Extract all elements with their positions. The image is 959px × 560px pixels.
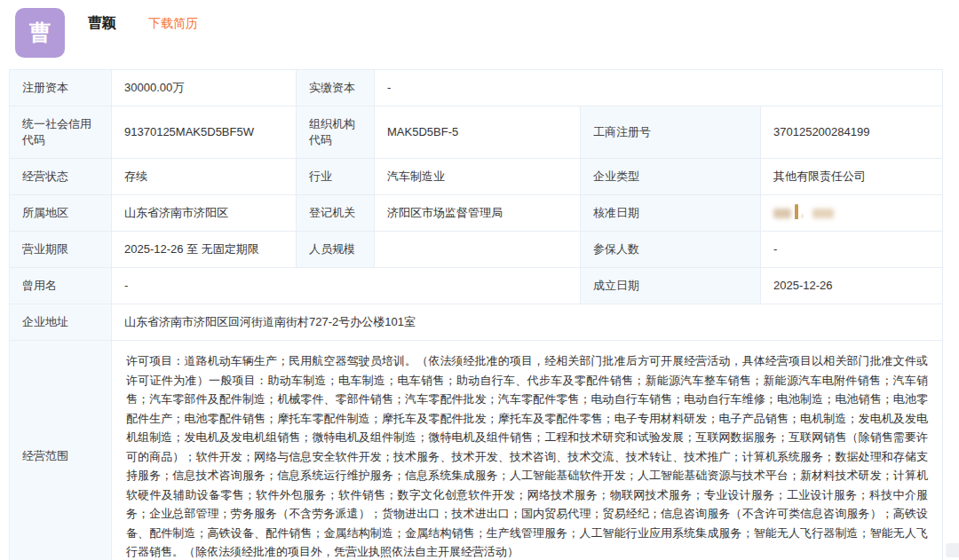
field-label-registered-capital: 注册资本 (10, 70, 112, 106)
masked-approval-date[interactable] (773, 205, 834, 221)
field-value-insured-count: - (761, 232, 943, 268)
field-label-org-code: 组织机构代码 (297, 106, 375, 159)
field-value-region: 山东省济南市济阳区 (112, 195, 297, 232)
company-info-table: 注册资本 30000.00万 实缴资本 - 统一社会信用代码 91370125M… (9, 69, 943, 560)
field-value-business-scope: 许可项目：道路机动车辆生产；民用航空器驾驶员培训。（依法须经批准的项目，经相关部… (112, 341, 943, 560)
field-label-company-type: 企业类型 (581, 159, 761, 195)
field-label-registry-authority: 登记机关 (297, 195, 375, 232)
field-label-former-name: 曾用名 (10, 268, 112, 304)
field-label-registration-no: 工商注册号 (581, 106, 761, 159)
lock-icon (795, 205, 809, 221)
field-value-status: 存续 (112, 159, 297, 195)
cutoff-widget-fragment (946, 543, 959, 557)
field-value-company-type: 其他有限责任公司 (761, 159, 943, 195)
download-resume-link[interactable]: 下载简历 (148, 16, 198, 32)
field-label-business-term: 营业期限 (10, 232, 112, 268)
person-name: 曹颖 (88, 14, 116, 33)
field-value-paid-capital: - (375, 70, 943, 106)
field-label-paid-capital: 实缴资本 (297, 70, 375, 106)
field-value-former-name: - (112, 268, 581, 304)
field-label-status: 经营状态 (10, 159, 112, 195)
field-value-business-term: 2025-12-26 至 无固定期限 (112, 232, 297, 268)
field-label-business-scope: 经营范围 (10, 341, 112, 560)
field-label-approval-date: 核准日期 (581, 195, 761, 232)
blurred-text-right (812, 209, 834, 218)
field-label-uscc: 统一社会信用代码 (10, 106, 112, 159)
field-value-staff-size (375, 232, 581, 268)
field-label-address: 企业地址 (10, 304, 112, 341)
field-value-address: 山东省济南市济阳区回河街道南街村727-2号办公楼101室 (112, 304, 943, 341)
field-value-established-date: 2025-12-26 (761, 268, 943, 304)
field-label-insured-count: 参保人数 (581, 232, 761, 268)
field-value-industry: 汽车制造业 (375, 159, 581, 195)
field-value-approval-date (761, 195, 943, 232)
field-value-org-code: MAK5D5BF-5 (375, 106, 581, 159)
field-value-registry-authority: 济阳区市场监督管理局 (375, 195, 581, 232)
blurred-text-left (773, 209, 791, 218)
field-value-registration-no: 370125200284199 (761, 106, 943, 159)
field-label-industry: 行业 (297, 159, 375, 195)
field-value-registered-capital: 30000.00万 (112, 70, 297, 106)
profile-header: 曹 曹颖 下载简历 (0, 0, 959, 67)
avatar: 曹 (15, 8, 65, 58)
field-label-established-date: 成立日期 (581, 268, 761, 304)
field-label-staff-size: 人员规模 (297, 232, 375, 268)
field-label-region: 所属地区 (10, 195, 112, 232)
field-value-uscc: 91370125MAK5D5BF5W (112, 106, 297, 159)
